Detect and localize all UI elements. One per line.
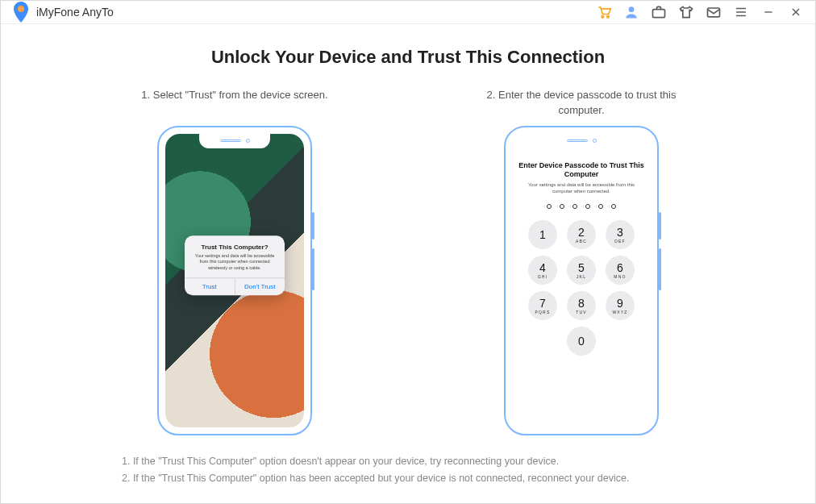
main-content: Unlock Your Device and Trust This Connec… [1, 24, 815, 504]
mail-icon[interactable] [706, 4, 722, 20]
steps-row: 1. Select "Trust" from the device screen… [130, 87, 686, 435]
page-title: Unlock Your Device and Trust This Connec… [211, 47, 605, 68]
keypad: 1 2ABC 3DEF 4GHI 5JKL 6MNO 7PQRS 8TUV 9W… [528, 220, 635, 356]
key-9[interactable]: 9WXYZ [606, 291, 635, 320]
phone-side-button [659, 212, 661, 240]
key-6[interactable]: 6MNO [606, 256, 635, 285]
tip-1: 1. If the "Trust This Computer" option d… [122, 453, 629, 470]
user-icon[interactable] [623, 4, 639, 20]
key-5[interactable]: 5JKL [567, 256, 596, 285]
key-8[interactable]: 8TUV [567, 291, 596, 320]
key-3[interactable]: 3DEF [606, 220, 635, 249]
svg-point-3 [629, 6, 635, 12]
svg-rect-4 [653, 9, 665, 17]
key-2[interactable]: 2ABC [567, 220, 596, 249]
passcode-screen: Enter Device Passcode to Trust This Comp… [512, 134, 651, 427]
key-0[interactable]: 0 [567, 327, 596, 356]
svg-point-1 [602, 15, 604, 18]
step-2-column: 2. Enter the device passcode to trust th… [477, 87, 686, 435]
phone-notch [199, 134, 270, 148]
close-button[interactable] [788, 4, 804, 20]
key-1[interactable]: 1 [528, 220, 557, 249]
app-title: iMyFone AnyTo [36, 6, 114, 19]
passcode-dots [547, 204, 616, 209]
minimize-button[interactable] [760, 4, 776, 20]
key-4[interactable]: 4GHI [528, 256, 557, 285]
svg-point-2 [607, 15, 610, 18]
passcode-title: Enter Device Passcode to Trust This Comp… [512, 161, 651, 180]
phone-side-button [312, 212, 314, 240]
step-1-text: 1. Select "Trust" from the device screen… [141, 87, 327, 119]
phone-side-button [312, 248, 314, 290]
phone-mock-1: Trust This Computer? Your settings and d… [157, 126, 312, 435]
menu-icon[interactable] [733, 4, 749, 20]
step-2-text: 2. Enter the device passcode to trust th… [477, 87, 686, 119]
shirt-icon[interactable] [678, 4, 694, 20]
step-1-column: 1. Select "Trust" from the device screen… [130, 87, 339, 435]
phone-screen-2: Enter Device Passcode to Trust This Comp… [512, 134, 651, 427]
tips: 1. If the "Trust This Computer" option d… [33, 453, 629, 488]
passcode-message: Your settings and data will be accessibl… [512, 182, 651, 195]
phone-notch [546, 134, 617, 148]
trust-dialog-message: Your settings and data will be accessibl… [191, 254, 278, 271]
trust-button[interactable]: Trust [185, 278, 235, 295]
trust-dialog-title: Trust This Computer? [191, 244, 278, 252]
cart-icon[interactable] [596, 4, 612, 20]
tip-2: 2. If the "Trust This Computer" option h… [122, 470, 629, 487]
app-window: iMyFone AnyTo [0, 0, 816, 504]
trust-dialog: Trust This Computer? Your settings and d… [185, 236, 285, 295]
key-7[interactable]: 7PQRS [528, 291, 557, 320]
titlebar: iMyFone AnyTo [1, 1, 815, 24]
svg-point-0 [18, 6, 24, 12]
phone-mock-2: Enter Device Passcode to Trust This Comp… [504, 126, 659, 435]
dont-trust-button[interactable]: Don't Trust [235, 278, 285, 295]
briefcase-icon[interactable] [651, 4, 667, 20]
svg-rect-5 [708, 8, 720, 17]
titlebar-left: iMyFone AnyTo [12, 2, 114, 23]
titlebar-right [596, 4, 804, 20]
app-logo-icon [12, 2, 30, 23]
phone-screen-1: Trust This Computer? Your settings and d… [165, 134, 304, 427]
phone-side-button [659, 248, 661, 290]
